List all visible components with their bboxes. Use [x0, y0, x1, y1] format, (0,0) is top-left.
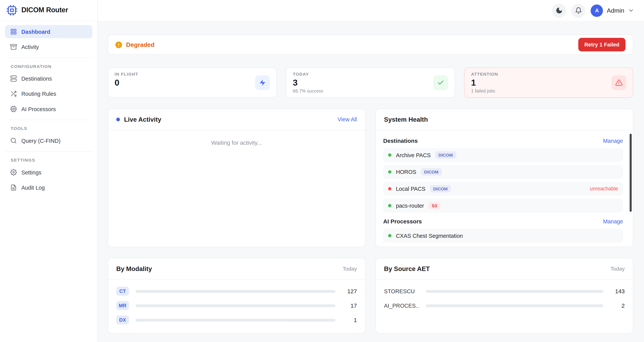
- sidebar-item-query-cfind[interactable]: Query (C-FIND): [5, 134, 92, 147]
- status-banner: ! Degraded Retry 1 Failed: [108, 35, 633, 55]
- nav-section-label: TOOLS: [5, 123, 92, 134]
- stat-sub: 66.7% success: [293, 88, 323, 94]
- status-dot-online: [388, 170, 392, 174]
- archive-box-icon: [10, 44, 17, 50]
- stat-label: IN FLIGHT: [114, 72, 138, 77]
- source-row: AI_PROCES... 2: [384, 301, 625, 310]
- main-grid-bottom: By Modality Today CT 127 MR 17: [108, 258, 633, 333]
- source-count: 143: [610, 288, 625, 294]
- protocol-badge: DICOM: [421, 168, 442, 176]
- user-menu[interactable]: A Admin: [591, 5, 634, 17]
- view-all-link[interactable]: View All: [338, 116, 357, 122]
- by-source-aet-card: By Source AET Today STORESCU 143 AI_PROC…: [376, 258, 634, 333]
- bar-track: [426, 290, 603, 293]
- status-dot-online: [388, 204, 392, 207]
- status-dot-online: [388, 153, 392, 157]
- stat-text-block: TODAY 3 66.7% success: [293, 72, 323, 94]
- system-health-card: System Health Destinations Manage Archiv…: [376, 109, 634, 247]
- modality-count: 17: [342, 302, 357, 309]
- retry-failed-button[interactable]: Retry 1 Failed: [578, 38, 626, 51]
- sidebar-item-label: Activity: [21, 44, 39, 50]
- sidebar-item-dashboard[interactable]: Dashboard: [5, 25, 92, 38]
- sidebar-item-destinations[interactable]: Destinations: [5, 72, 92, 85]
- live-activity-card: Live Activity View All Waiting for activ…: [108, 109, 366, 247]
- stat-sub: [114, 88, 138, 94]
- modality-row: CT 127: [116, 287, 357, 296]
- manage-processors-link[interactable]: Manage: [603, 218, 623, 224]
- period-label: Today: [343, 266, 357, 272]
- sidebar-item-label: Routing Rules: [21, 91, 56, 97]
- by-modality-card: By Modality Today CT 127 MR 17: [108, 258, 366, 333]
- sidebar-item-label: Dashboard: [21, 29, 50, 35]
- bolt-icon: [255, 75, 270, 90]
- bar-track: [136, 304, 336, 307]
- destination-name: Local PACS: [396, 186, 426, 192]
- protocol-badge: DICOM: [430, 185, 451, 193]
- nav-section-label: SETTINGS: [5, 155, 92, 166]
- nav-section-main: Dashboard Activity: [5, 25, 92, 54]
- sidebar-item-routing-rules[interactable]: Routing Rules: [5, 87, 92, 100]
- dicom-router-app: DICOM Router Dashboard Activity CONFIGUR…: [0, 0, 644, 342]
- sidebar-item-label: Query (C-FIND): [21, 138, 60, 144]
- system-health-header: System Health: [376, 109, 633, 130]
- user-name: Admin: [607, 7, 624, 14]
- stat-card-in-flight: IN FLIGHT 0: [108, 67, 277, 98]
- stat-label: ATTENTION: [471, 72, 498, 77]
- dashboard-content: ! Degraded Retry 1 Failed IN FLIGHT 0: [98, 21, 644, 342]
- bar-track: [136, 318, 336, 321]
- warning-triangle-icon: [612, 75, 626, 90]
- stat-value: 3: [293, 78, 323, 88]
- modality-badge: DX: [116, 315, 129, 324]
- file-text-icon: [10, 184, 17, 191]
- scrollbar-thumb[interactable]: [630, 134, 632, 212]
- protocol-badge: S3: [428, 202, 440, 209]
- modality-row: DX 1: [116, 315, 357, 324]
- app-logo-row: DICOM Router: [0, 0, 97, 21]
- destination-name: HOROS: [396, 169, 416, 175]
- warning-dot-icon: !: [116, 41, 122, 48]
- sidebar-item-audit-log[interactable]: Audit Log: [5, 181, 92, 194]
- destination-row: HOROS DICOM: [383, 165, 623, 179]
- status-dot-online: [388, 234, 392, 237]
- destination-row: pacs-router S3: [383, 199, 623, 213]
- modality-row: MR 17: [116, 301, 357, 310]
- stat-text-block: ATTENTION 1 1 failed jobs: [471, 72, 498, 94]
- sidebar-item-label: Destinations: [21, 75, 52, 82]
- main-grid-top: Live Activity View All Waiting for activ…: [108, 109, 633, 247]
- bar-track: [426, 304, 603, 307]
- destinations-subheading: Destinations Manage: [383, 137, 623, 144]
- destination-row: Local PACS DICOM unreachable: [383, 182, 623, 196]
- source-aet-chart: STORESCU 143 AI_PROCES... 2: [376, 280, 633, 322]
- dashboard-grid-icon: [10, 28, 17, 35]
- main-area: A Admin ! Degraded Retry 1 Failed IN FLI…: [98, 0, 644, 342]
- source-count: 2: [610, 302, 625, 309]
- stat-card-today: TODAY 3 66.7% success: [286, 67, 455, 98]
- server-icon: [10, 75, 17, 82]
- stat-label: TODAY: [293, 72, 323, 77]
- app-title: DICOM Router: [21, 6, 68, 14]
- ai-processors-subheading: AI Processors Manage: [383, 218, 623, 225]
- system-status: ! Degraded: [116, 41, 154, 48]
- theme-toggle-button[interactable]: [552, 4, 566, 18]
- sidebar-item-activity[interactable]: Activity: [5, 40, 92, 54]
- status-dot-offline: [388, 187, 392, 190]
- notifications-button[interactable]: [572, 4, 586, 18]
- stat-sub: 1 failed jobs: [471, 88, 498, 94]
- card-title: System Health: [384, 116, 428, 123]
- topbar: A Admin: [98, 0, 644, 21]
- sidebar-item-settings[interactable]: Settings: [5, 166, 92, 179]
- nav-section-tools: TOOLS Query (C-FIND): [5, 120, 92, 147]
- live-activity-header: Live Activity View All: [108, 109, 365, 130]
- modality-badge: MR: [116, 301, 129, 310]
- bar-track: [136, 290, 336, 293]
- system-health-body: Destinations Manage Archive PACS DICOM H…: [376, 130, 633, 251]
- processor-name: CXAS Chest Segmentation: [396, 233, 463, 239]
- modality-badge: CT: [116, 287, 129, 296]
- shuffle-routes-icon: [10, 90, 17, 97]
- stat-value: 1: [471, 78, 498, 88]
- search-icon: [10, 137, 17, 144]
- destination-name: Archive PACS: [396, 152, 431, 158]
- manage-destinations-link[interactable]: Manage: [603, 138, 623, 144]
- sidebar-item-ai-processors[interactable]: AI Processors: [5, 102, 92, 116]
- by-modality-header: By Modality Today: [108, 258, 365, 280]
